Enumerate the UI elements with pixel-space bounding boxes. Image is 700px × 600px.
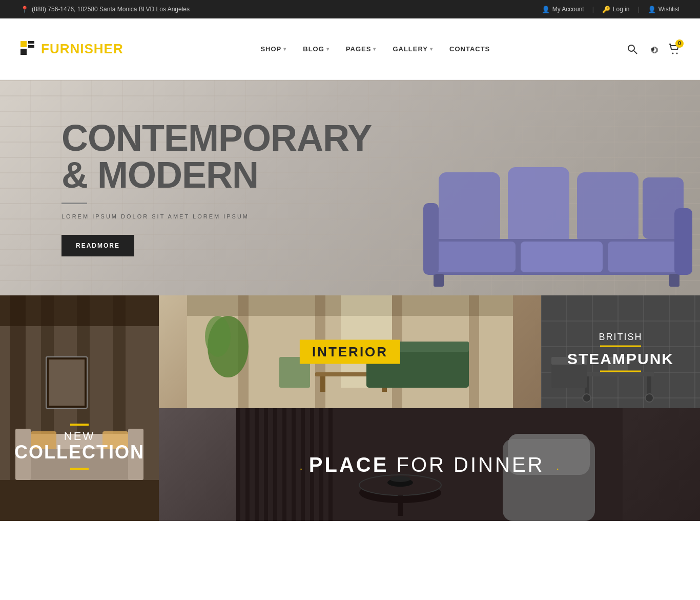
svg-point-4 — [628, 45, 634, 51]
nav-gallery[interactable]: GALLERY ▾ — [393, 45, 433, 53]
svg-rect-1 — [28, 41, 34, 44]
gear-icon — [648, 44, 658, 54]
header-actions: 0 — [627, 44, 680, 55]
topbar-address: 📍 (888) 756-1476, 102580 Santa Monica BL… — [20, 6, 190, 13]
divider-2: | — [638, 6, 640, 13]
grid-cell-interior[interactable]: INTERIOR — [159, 295, 541, 408]
dinner-dots-right: · — [557, 463, 560, 474]
key-icon: 🔑 — [602, 6, 610, 13]
hero-title: CONTEMPORARY & MODERN — [61, 119, 266, 193]
new-collection-main: COLLECTION — [14, 443, 145, 462]
svg-rect-16 — [608, 242, 685, 272]
nav-shop-label: SHOP — [260, 45, 281, 53]
dinner-bold: PLACE — [309, 453, 389, 476]
svg-point-44 — [205, 316, 231, 357]
hero-title-line2: & MODERN — [61, 154, 258, 195]
hero-content: CONTEMPORARY & MODERN LOREM IPSUM DOLOR … — [0, 119, 266, 256]
topbar: 📍 (888) 756-1476, 102580 Santa Monica BL… — [0, 0, 700, 18]
cart-count-badge: 0 — [675, 39, 684, 48]
steampunk-bar-top — [600, 346, 641, 347]
interior-label: INTERIOR — [300, 340, 400, 364]
cart-button[interactable]: 0 — [668, 44, 680, 55]
user-icon: 👤 — [542, 6, 550, 13]
svg-rect-88 — [398, 495, 403, 516]
nav-blog-chevron: ▾ — [326, 46, 330, 52]
interior-tag: INTERIOR — [300, 340, 400, 364]
pin-icon: 📍 — [20, 6, 29, 13]
svg-rect-78 — [282, 408, 286, 521]
svg-rect-10 — [508, 167, 569, 244]
logo-f: F — [41, 41, 50, 56]
hero-title-line1: CONTEMPORARY — [61, 117, 372, 158]
promo-grid: NEW COLLECTION — [0, 295, 700, 521]
svg-rect-64 — [582, 372, 654, 376]
topbar-actions: 👤 My Account | 🔑 Log in | 👤 Wishlist — [542, 6, 680, 13]
svg-rect-11 — [577, 172, 639, 244]
nav-pages-label: PAGES — [346, 45, 372, 53]
divider-1: | — [592, 6, 594, 13]
main-nav: SHOP ▾ BLOG ▾ PAGES ▾ GALLERY ▾ CONTACTS — [260, 45, 490, 53]
grid-cell-new-collection[interactable]: NEW COLLECTION — [0, 295, 159, 521]
logo[interactable]: FURNISHER — [20, 41, 123, 57]
nav-shop[interactable]: SHOP ▾ — [260, 45, 286, 53]
svg-rect-0 — [20, 41, 27, 47]
hero-subtitle: LOREM IPSUM DOLOR SIT AMET LOREM IPSUM — [61, 213, 266, 219]
nav-contacts[interactable]: CONTACTS — [449, 45, 490, 53]
svg-rect-9 — [439, 172, 500, 244]
accent-bar-bottom — [70, 468, 89, 470]
svg-point-7 — [676, 52, 678, 54]
svg-rect-74 — [245, 408, 250, 521]
svg-rect-14 — [434, 242, 516, 272]
logo-text: FURNISHER — [41, 41, 123, 57]
accent-bar-top — [70, 424, 89, 426]
hero-cta-button[interactable]: READMORE — [61, 235, 134, 256]
svg-rect-27 — [0, 480, 159, 521]
new-collection-bg — [0, 295, 159, 521]
nav-gallery-chevron: ▾ — [430, 46, 433, 52]
dinner-text: PLACE FOR DINNER — [309, 453, 552, 476]
wishlist-icon: 👤 — [648, 6, 656, 13]
nav-blog[interactable]: BLOG ▾ — [303, 45, 330, 53]
svg-rect-17 — [434, 274, 444, 287]
svg-rect-18 — [669, 274, 680, 287]
steampunk-main: STEAMPUNK — [567, 350, 674, 368]
steampunk-bar-bottom — [600, 371, 641, 372]
header: FURNISHER SHOP ▾ BLOG ▾ PAGES ▾ GALLERY … — [0, 18, 700, 80]
nav-gallery-label: GALLERY — [393, 45, 428, 53]
search-icon — [627, 44, 637, 54]
steampunk-label: British STEAMPUNK — [567, 332, 674, 372]
grid-cell-dinner[interactable]: · PLACE FOR DINNER · — [159, 408, 700, 521]
svg-rect-46 — [320, 376, 325, 392]
svg-point-6 — [672, 52, 674, 54]
svg-rect-20 — [674, 208, 692, 275]
svg-rect-75 — [255, 408, 259, 521]
svg-rect-76 — [264, 408, 268, 521]
svg-point-87 — [390, 476, 410, 482]
wishlist-link[interactable]: 👤 Wishlist — [648, 6, 680, 13]
grid-cell-steampunk[interactable]: British STEAMPUNK — [541, 295, 700, 408]
my-account-link[interactable]: 👤 My Account — [542, 6, 584, 13]
svg-rect-73 — [236, 408, 240, 521]
search-button[interactable] — [627, 44, 637, 54]
hero-section: CONTEMPORARY & MODERN LOREM IPSUM DOLOR … — [0, 80, 700, 295]
hero-sofa-image — [403, 101, 700, 295]
login-link[interactable]: 🔑 Log in — [602, 6, 630, 13]
svg-point-68 — [645, 394, 653, 402]
svg-line-5 — [634, 51, 637, 54]
dinner-label: · PLACE FOR DINNER · — [296, 453, 563, 476]
settings-button[interactable] — [648, 44, 658, 54]
nav-pages[interactable]: PAGES ▾ — [346, 45, 377, 53]
svg-rect-3 — [20, 49, 27, 55]
logo-brand: URNISHER — [50, 41, 123, 56]
dinner-normal-text: FOR DINNER — [397, 453, 545, 476]
svg-rect-2 — [28, 45, 34, 48]
nav-blog-label: BLOG — [303, 45, 324, 53]
nav-shop-chevron: ▾ — [283, 46, 286, 52]
new-collection-label: NEW COLLECTION — [14, 424, 145, 470]
steampunk-pre: British — [567, 332, 674, 343]
hero-divider — [61, 203, 87, 204]
nav-pages-chevron: ▾ — [373, 46, 376, 52]
svg-rect-77 — [273, 408, 277, 521]
nav-contacts-label: CONTACTS — [449, 45, 490, 53]
svg-rect-79 — [292, 408, 296, 521]
